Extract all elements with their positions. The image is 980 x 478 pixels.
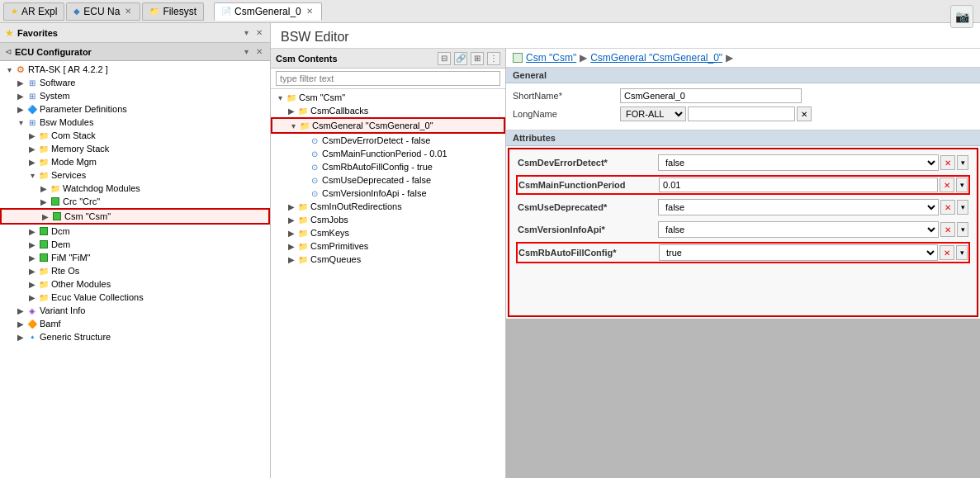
tree-item-bamf[interactable]: ▶ 🔶 Bamf xyxy=(0,317,270,330)
tree-arrow-fim[interactable]: ▶ xyxy=(26,253,38,263)
csm-tree-keys[interactable]: ▶ 📁 CsmKeys xyxy=(271,226,505,239)
csm-tree-use-dep[interactable]: ⊙ CsmUseDeprecated - false xyxy=(271,173,505,187)
csm-tree-root[interactable]: ▾ 📁 Csm "Csm" xyxy=(271,91,505,104)
tree-item-com-stack[interactable]: ▶ 📁 Com Stack xyxy=(0,129,270,142)
tree-item-variant-info[interactable]: ▶ ◈ Variant Info xyxy=(0,304,270,317)
attr-x-btn-dev-error[interactable]: ✕ xyxy=(940,155,955,170)
csm-tree-general[interactable]: ▾ 📁 CsmGeneral "CsmGeneral_0" xyxy=(271,117,505,134)
ecu-close-btn[interactable]: ✕ xyxy=(253,46,265,58)
csm-tree-version[interactable]: ⊙ CsmVersionInfoApi - false xyxy=(271,187,505,200)
tab-csm-general[interactable]: 📄 CsmGeneral_0 ✕ xyxy=(214,2,322,21)
tree-arrow-watchdog[interactable]: ▶ xyxy=(38,184,50,193)
tree-item-crc[interactable]: ▶ Crc "Crc" xyxy=(0,195,270,208)
ecu-collapse-btn[interactable]: ▾ xyxy=(240,46,252,58)
tab-ecu-na-close[interactable]: ✕ xyxy=(123,7,133,17)
tree-item-ecuc-value[interactable]: ▶ 📁 Ecuc Value Collections xyxy=(0,291,270,304)
tree-item-memory-stack[interactable]: ▶ 📁 Memory Stack xyxy=(0,142,270,155)
csm-tree-dev-error[interactable]: ⊙ CsmDevErrorDetect - false xyxy=(271,134,505,147)
csm-tree[interactable]: ▾ 📁 Csm "Csm" ▶ 📁 CsmCallbacks xyxy=(271,89,505,478)
long-name-x-btn[interactable]: ✕ xyxy=(797,106,812,121)
tree-arrow-variant-info[interactable]: ▶ xyxy=(15,306,26,315)
breadcrumb-csm[interactable]: Csm "Csm" xyxy=(526,52,576,64)
tree-arrow-com-stack[interactable]: ▶ xyxy=(26,131,38,140)
csm-collapse-btn[interactable]: ⊟ xyxy=(438,52,451,65)
attr-dd-btn-main-fn[interactable]: ▾ xyxy=(956,177,968,192)
csm-tree-jobs[interactable]: ▶ 📁 CsmJobs xyxy=(271,213,505,226)
csm-tree-arrow-queues[interactable]: ▶ xyxy=(286,255,297,264)
short-name-input[interactable] xyxy=(620,88,802,103)
csm-tree-callbacks[interactable]: ▶ 📁 CsmCallbacks xyxy=(271,104,505,117)
breadcrumb-csm-general[interactable]: CsmGeneral "CsmGeneral_0" xyxy=(590,52,722,64)
tree-arrow-services[interactable]: ▾ xyxy=(26,171,38,180)
attr-x-btn-version[interactable]: ✕ xyxy=(940,222,955,237)
long-name-input[interactable] xyxy=(688,106,795,121)
tree-item-bsw-modules[interactable]: ▾ ⊞ Bsw Modules xyxy=(0,116,270,129)
tree-item-services[interactable]: ▾ 📁 Services xyxy=(0,168,270,182)
attr-select-dev-error[interactable]: false true xyxy=(658,154,939,171)
tab-ar-expl[interactable]: ★ AR Expl xyxy=(3,2,64,21)
tree-item-other-modules[interactable]: ▶ 📁 Other Modules xyxy=(0,277,270,291)
attr-x-btn-rb-auto[interactable]: ✕ xyxy=(940,245,954,260)
csm-table-btn[interactable]: ⊞ xyxy=(471,52,484,65)
tree-item-software[interactable]: ▶ ⊞ Software xyxy=(0,76,270,89)
tree-item-csm[interactable]: ▶ Csm "Csm" xyxy=(0,208,270,225)
tree-item-dem[interactable]: ▶ Dem xyxy=(0,238,270,251)
tree-arrow-dem[interactable]: ▶ xyxy=(26,240,38,249)
tab-csm-general-close[interactable]: ✕ xyxy=(305,7,315,17)
tree-panel[interactable]: ▾ ⚙ RTA-SK [ AR 4.2.2 ] ▶ ⊞ Software ▶ ⊞… xyxy=(0,61,270,478)
tree-item-generic-struct[interactable]: ▶ 🔹 Generic Structure xyxy=(0,330,270,343)
csm-tree-arrow-general[interactable]: ▾ xyxy=(287,121,299,130)
csm-tree-arrow-inout[interactable]: ▶ xyxy=(286,202,297,211)
tree-arrow-generic-struct[interactable]: ▶ xyxy=(15,333,26,342)
csm-filter-input[interactable] xyxy=(276,71,500,86)
tree-arrow-csm[interactable]: ▶ xyxy=(40,212,51,221)
csm-tree-rb-auto[interactable]: ⊙ CsmRbAutoFillConfig - true xyxy=(271,160,505,173)
tree-item-param-defs[interactable]: ▶ 🔷 Parameter Definitions xyxy=(0,102,270,116)
csm-tree-arrow-root[interactable]: ▾ xyxy=(274,93,286,102)
csm-tree-main-fn[interactable]: ⊙ CsmMainFunctionPeriod - 0.01 xyxy=(271,147,505,160)
attr-dd-btn-use-dep[interactable]: ▾ xyxy=(957,200,968,215)
camera-button[interactable]: 📷 xyxy=(950,5,973,28)
panel-collapse-btn[interactable]: ▾ xyxy=(240,27,252,39)
attr-select-rb-auto[interactable]: true false xyxy=(659,244,938,261)
long-name-select[interactable]: FOR-ALL xyxy=(620,106,686,121)
tree-arrow-ecuc-value[interactable]: ▶ xyxy=(26,293,38,302)
tree-arrow-software[interactable]: ▶ xyxy=(15,78,26,88)
tree-item-fim[interactable]: ▶ FiM "FiM" xyxy=(0,251,270,264)
csm-tree-queues[interactable]: ▶ 📁 CsmQueues xyxy=(271,253,505,266)
attr-x-btn-main-fn[interactable]: ✕ xyxy=(940,177,954,192)
tree-item-watchdog[interactable]: ▶ 📁 Watchdog Modules xyxy=(0,182,270,195)
tree-item-mode-mgm[interactable]: ▶ 📁 Mode Mgm xyxy=(0,155,270,168)
tree-arrow-mode-mgm[interactable]: ▶ xyxy=(26,158,38,167)
panel-close-btn[interactable]: ✕ xyxy=(253,27,265,39)
attr-dd-btn-dev-error[interactable]: ▾ xyxy=(957,155,968,170)
tree-arrow-memory-stack[interactable]: ▶ xyxy=(26,144,38,154)
attr-x-btn-use-dep[interactable]: ✕ xyxy=(940,200,955,215)
tree-arrow-bsw-modules[interactable]: ▾ xyxy=(15,118,26,127)
attr-input-main-fn[interactable] xyxy=(659,177,938,192)
csm-link-btn[interactable]: 🔗 xyxy=(454,52,467,65)
tree-arrow-system[interactable]: ▶ xyxy=(15,92,26,101)
tree-arrow-rte-os[interactable]: ▶ xyxy=(26,267,38,276)
csm-tree-inout[interactable]: ▶ 📁 CsmInOutRedirections xyxy=(271,200,505,213)
csm-grid-btn[interactable]: ⋮ xyxy=(487,52,500,65)
tree-arrow-crc[interactable]: ▶ xyxy=(38,197,50,206)
csm-tree-arrow-keys[interactable]: ▶ xyxy=(286,229,297,238)
tab-filesyst[interactable]: 📁 Filesyst xyxy=(142,2,204,21)
tree-arrow-rta-sk[interactable]: ▾ xyxy=(3,65,15,74)
attr-select-use-dep[interactable]: false true xyxy=(658,199,939,215)
csm-tree-arrow-callbacks[interactable]: ▶ xyxy=(286,106,297,116)
csm-tree-primitives[interactable]: ▶ 📁 CsmPrimitives xyxy=(271,239,505,253)
attr-dd-btn-version[interactable]: ▾ xyxy=(957,222,968,237)
tree-item-rta-sk[interactable]: ▾ ⚙ RTA-SK [ AR 4.2.2 ] xyxy=(0,63,270,76)
attr-select-version[interactable]: false true xyxy=(658,221,939,238)
tree-item-dcm[interactable]: ▶ Dcm xyxy=(0,225,270,238)
tree-arrow-bamf[interactable]: ▶ xyxy=(15,319,26,329)
tree-arrow-other-modules[interactable]: ▶ xyxy=(26,280,38,289)
csm-tree-arrow-jobs[interactable]: ▶ xyxy=(286,215,297,225)
tree-arrow-param-defs[interactable]: ▶ xyxy=(15,105,26,114)
tab-ecu-na[interactable]: ◆ ECU Na ✕ xyxy=(66,2,140,21)
tree-item-system[interactable]: ▶ ⊞ System xyxy=(0,89,270,102)
tree-item-rte-os[interactable]: ▶ 📁 Rte Os xyxy=(0,264,270,277)
attr-dd-btn-rb-auto[interactable]: ▾ xyxy=(956,245,968,260)
